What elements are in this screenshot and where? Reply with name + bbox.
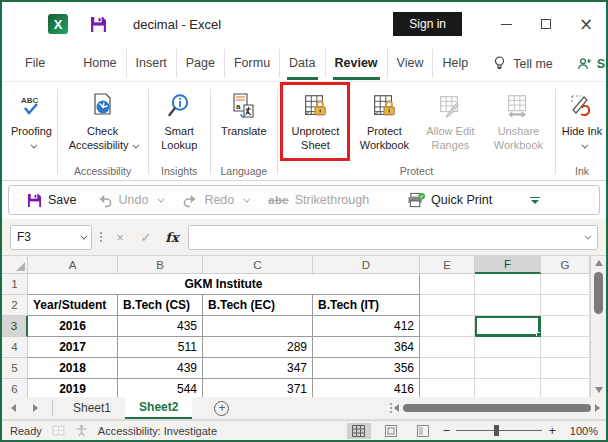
cell-D2[interactable]: B.Tech (IT) (313, 295, 420, 316)
cell-E6[interactable] (420, 379, 475, 397)
cell-G3[interactable] (541, 316, 590, 337)
cell-E5[interactable] (420, 358, 475, 379)
minimize-button[interactable] (486, 2, 526, 46)
cancel-icon[interactable]: × (110, 230, 130, 245)
cell-E3[interactable] (420, 316, 475, 337)
horizontal-scroll-thumb[interactable] (403, 404, 591, 412)
cell-C3[interactable] (203, 316, 313, 337)
scroll-up-icon[interactable] (595, 260, 603, 266)
cell-C2[interactable]: B.Tech (EC) (203, 295, 313, 316)
cell-F6[interactable] (475, 379, 541, 397)
column-header-D[interactable]: D (313, 256, 420, 274)
scroll-right-icon[interactable] (595, 404, 600, 412)
cell-F3-selected[interactable] (475, 316, 541, 337)
cell-D4[interactable]: 364 (313, 337, 420, 358)
maximize-button[interactable] (526, 2, 566, 46)
name-box[interactable]: F3 (10, 225, 92, 250)
row-header-4[interactable]: 4 (2, 337, 28, 358)
tab-page-layout[interactable]: Page (177, 49, 225, 78)
cell-B4[interactable]: 511 (118, 337, 203, 358)
cell-F5[interactable] (475, 358, 541, 379)
cell-B2[interactable]: B.Tech (CS) (118, 295, 203, 316)
cell-E1[interactable] (420, 274, 475, 295)
cell-F1[interactable] (475, 274, 541, 295)
macro-record-icon[interactable] (52, 425, 65, 436)
cell-C4[interactable]: 289 (203, 337, 313, 358)
qat-save-button[interactable]: Save (19, 189, 85, 212)
smart-lookup-button[interactable]: Smart Lookup (150, 86, 208, 163)
protect-workbook-button[interactable]: Protect Workbook (351, 86, 417, 163)
view-page-layout-button[interactable] (379, 423, 403, 439)
cell-G6[interactable] (541, 379, 590, 397)
cell-E4[interactable] (420, 337, 475, 358)
cell-D5[interactable]: 356 (313, 358, 420, 379)
cell-A1-merged[interactable]: GKM Institute (28, 274, 420, 295)
cell-B3[interactable]: 435 (118, 316, 203, 337)
scroll-down-icon[interactable] (595, 387, 603, 393)
cell-F4[interactable] (475, 337, 541, 358)
row-header-6[interactable]: 6 (2, 379, 28, 397)
insert-function-icon[interactable]: fx (162, 230, 182, 245)
sign-in-button[interactable]: Sign in (393, 12, 462, 36)
zoom-out-button[interactable]: − (443, 423, 451, 438)
select-all-button[interactable] (2, 256, 28, 274)
row-header-2[interactable]: 2 (2, 295, 28, 316)
tab-file[interactable]: File (16, 49, 54, 78)
column-header-F[interactable]: F (475, 256, 541, 274)
column-header-E[interactable]: E (420, 256, 475, 274)
row-header-1[interactable]: 1 (2, 274, 28, 295)
save-icon[interactable] (90, 16, 107, 33)
cell-F2[interactable] (475, 295, 541, 316)
cell-C5[interactable]: 347 (203, 358, 313, 379)
tab-help[interactable]: Help (433, 49, 477, 78)
cell-G4[interactable] (541, 337, 590, 358)
column-header-C[interactable]: C (203, 256, 313, 274)
cell-G2[interactable] (541, 295, 590, 316)
unprotect-sheet-button[interactable]: Unprotect Sheet (285, 86, 345, 157)
cell-D3[interactable]: 412 (313, 316, 420, 337)
column-header-G[interactable]: G (541, 256, 590, 274)
zoom-in-button[interactable]: + (548, 423, 556, 438)
column-header-A[interactable]: A (28, 256, 118, 274)
cell-A2[interactable]: Year/Student (28, 295, 118, 316)
vertical-scrollbar[interactable] (590, 256, 606, 397)
sheet-tab-sheet2[interactable]: Sheet2 (125, 397, 192, 419)
sheet-nav-right-icon[interactable] (24, 397, 46, 419)
cell-D6[interactable]: 416 (313, 379, 420, 397)
tab-formulas[interactable]: Formu (225, 49, 280, 78)
translate-button[interactable]: a Translate (213, 86, 275, 163)
cell-G1[interactable] (541, 274, 590, 295)
cell-A3[interactable]: 2016 (28, 316, 118, 337)
cell-A6[interactable]: 2019 (28, 379, 118, 397)
close-button[interactable]: × (566, 2, 606, 46)
zoom-slider-thumb[interactable] (494, 425, 499, 436)
cell-E2[interactable] (420, 295, 475, 316)
view-page-break-button[interactable] (411, 423, 435, 439)
accessibility-person-icon[interactable] (75, 424, 88, 437)
new-sheet-button[interactable]: + (214, 401, 229, 416)
tab-review[interactable]: Review (326, 49, 388, 78)
cell-C6[interactable]: 371 (203, 379, 313, 397)
zoom-slider[interactable] (456, 430, 542, 431)
hide-ink-button[interactable]: Hide Ink (558, 86, 606, 163)
scroll-left-icon[interactable] (394, 404, 399, 412)
tab-insert[interactable]: Insert (127, 49, 177, 78)
cell-A4[interactable]: 2017 (28, 337, 118, 358)
sheet-tab-sheet1[interactable]: Sheet1 (59, 397, 125, 419)
tab-home[interactable]: Home (74, 49, 126, 78)
tab-data[interactable]: Data (280, 49, 325, 78)
spreadsheet-grid[interactable]: ABCDEFG1GKM Institute2Year/StudentB.Tech… (2, 256, 606, 397)
check-accessibility-button[interactable]: Check Accessibility (60, 86, 146, 163)
row-header-5[interactable]: 5 (2, 358, 28, 379)
qat-quick-print-button[interactable]: Quick Print (399, 188, 500, 212)
cell-G5[interactable] (541, 358, 590, 379)
view-normal-button[interactable] (347, 423, 371, 439)
horizontal-scrollbar[interactable] (394, 397, 606, 419)
fill-handle[interactable] (536, 332, 541, 337)
column-header-B[interactable]: B (118, 256, 203, 274)
vertical-scroll-thumb[interactable] (594, 272, 603, 314)
enter-check-icon[interactable]: ✓ (136, 230, 156, 245)
cell-A5[interactable]: 2018 (28, 358, 118, 379)
proofing-button[interactable]: ABC Proofing (8, 86, 55, 163)
row-header-3[interactable]: 3 (2, 316, 28, 337)
